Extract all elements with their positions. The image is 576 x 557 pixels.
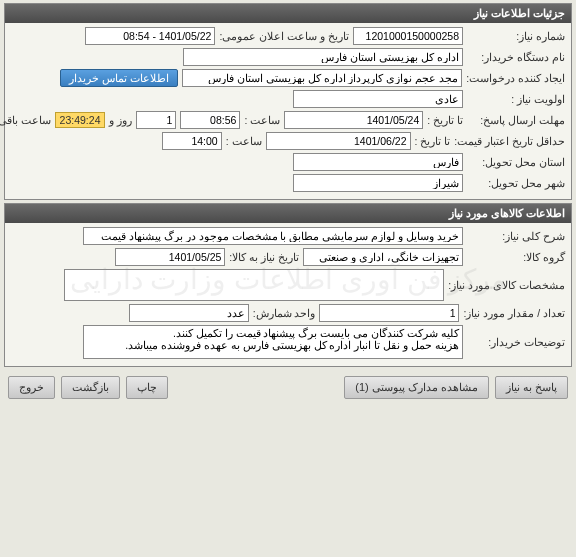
unit-label: واحد شمارش: [253,307,316,319]
priority-label: اولویت نیاز : [467,93,565,105]
back-button[interactable]: بازگشت [61,376,120,399]
creator-label: ایجاد کننده درخواست: [466,72,565,84]
days-label: روز و [109,114,132,126]
desc-input[interactable] [83,227,463,245]
province-input[interactable] [293,153,463,171]
qty-input[interactable] [319,304,459,322]
buyer-label: نام دستگاه خریدار: [467,51,565,63]
need-date-label: تاریخ نیاز به کالا: [229,251,299,263]
group-input[interactable] [303,248,463,266]
spec-input[interactable] [64,269,444,301]
desc-label: شرح کلی نیاز: [467,230,565,242]
notes-input[interactable] [83,325,463,359]
countdown-badge: 23:49:24 [55,112,106,128]
min-validity-label: حداقل تاریخ اعتبار قیمت: [454,135,565,147]
creator-input[interactable] [182,69,462,87]
announce-label: تاریخ و ساعت اعلان عمومی: [219,30,349,42]
exit-button[interactable]: خروج [8,376,55,399]
need-no-label: شماره نیاز: [467,30,565,42]
contact-buyer-button[interactable]: اطلاعات تماس خریدار [60,69,178,87]
need-details-panel: جزئیات اطلاعات نیاز شماره نیاز: تاریخ و … [4,3,572,200]
need-no-input[interactable] [353,27,463,45]
deadline-date-input[interactable] [284,111,423,129]
buyer-input[interactable] [183,48,463,66]
print-button[interactable]: چاپ [126,376,168,399]
qty-label: تعداد / مقدار مورد نیاز: [463,307,565,319]
panel1-title: جزئیات اطلاعات نیاز [5,4,571,23]
announce-input[interactable] [85,27,215,45]
province-label: استان محل تحویل: [467,156,565,168]
unit-input[interactable] [129,304,249,322]
group-label: گروه کالا: [467,251,565,263]
footer-bar: پاسخ به نیاز مشاهده مدارک پیوستی (1) چاپ… [0,370,576,405]
spec-label: مشخصات کالای مورد نیاز: [448,279,565,291]
priority-input[interactable] [293,90,463,108]
reply-button[interactable]: پاسخ به نیاز [495,376,568,399]
time-label-2: ساعت : [226,135,262,147]
need-date-input[interactable] [115,248,225,266]
to-date-label-2: تا تاریخ : [415,135,451,147]
attachments-button[interactable]: مشاهده مدارک پیوستی (1) [344,376,489,399]
remaining-label: ساعت باقی مانده [0,114,51,126]
deadline-label: مهلت ارسال پاسخ: [467,114,565,126]
goods-panel: اطلاعات کالاهای مورد نیاز شرح کلی نیاز: … [4,203,572,367]
time-label-1: ساعت : [244,114,280,126]
validity-date-input[interactable] [266,132,411,150]
days-input[interactable] [136,111,176,129]
validity-time-input[interactable] [162,132,222,150]
panel2-title: اطلاعات کالاهای مورد نیاز [5,204,571,223]
to-date-label-1: تا تاریخ : [427,114,463,126]
notes-label: توضیحات خریدار: [467,336,565,348]
deadline-time-input[interactable] [180,111,240,129]
city-label: شهر محل تحویل: [467,177,565,189]
city-input[interactable] [293,174,463,192]
